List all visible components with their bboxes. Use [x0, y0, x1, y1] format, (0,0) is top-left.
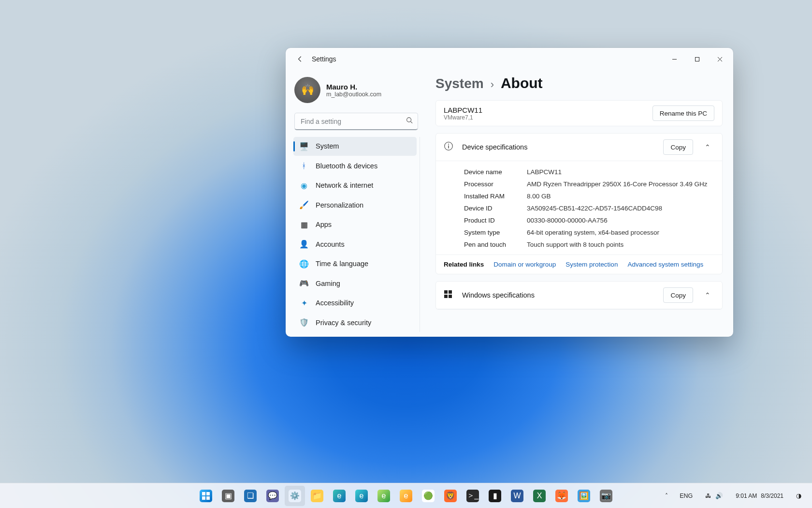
task-view-button[interactable]: ▣: [218, 486, 238, 506]
sidebar-item-accessibility[interactable]: ✦Accessibility: [293, 294, 417, 313]
settings-icon[interactable]: ⚙️: [285, 486, 305, 506]
sidebar-item-privacy[interactable]: 🛡️Privacy & security: [293, 314, 417, 332]
spec-key: Pen and touch: [464, 241, 517, 248]
breadcrumb-root[interactable]: System: [435, 76, 484, 91]
spec-value: Touch support with 8 touch points: [527, 241, 714, 248]
network-icon: 🖧: [705, 493, 711, 499]
clock[interactable]: 9:01 AM 8/3/2021: [732, 491, 787, 501]
svg-rect-8: [449, 290, 452, 294]
camera-icon[interactable]: 📷: [596, 486, 616, 506]
svg-point-2: [407, 118, 411, 122]
spec-key: Processor: [464, 180, 517, 188]
main-content: System › About LABPCW11 VMware7,1 Rename…: [425, 70, 733, 337]
settings-window: Settings 🙌 Mauro H. m_lab@outlook.com 🖥️…: [286, 48, 733, 337]
page-title: About: [501, 75, 543, 91]
tray-status[interactable]: 🖧 🔊: [701, 490, 727, 501]
chevron-right-icon: ›: [491, 78, 494, 91]
notifications-button[interactable]: ◑: [792, 490, 805, 501]
link-domain-workgroup[interactable]: Domain or workgroup: [493, 261, 556, 268]
brave-icon[interactable]: 🦁: [440, 486, 461, 506]
chevron-up-icon: ⌃: [701, 143, 714, 151]
search-input[interactable]: [294, 113, 418, 130]
gamepad-icon: 🎮: [299, 279, 309, 288]
close-button[interactable]: [709, 50, 731, 68]
person-icon: 👤: [299, 239, 309, 249]
windows-specs-header[interactable]: Windows specifications Copy ⌃: [436, 282, 722, 309]
sidebar-item-system[interactable]: 🖥️System: [293, 137, 417, 156]
brush-icon: 🖌️: [299, 200, 309, 210]
language-indicator[interactable]: ENG: [676, 491, 696, 501]
pc-model: VMware7,1: [444, 114, 482, 121]
minimize-button[interactable]: [663, 50, 686, 68]
spec-value: 8.00 GB: [527, 193, 714, 200]
svg-rect-10: [449, 295, 452, 298]
volume-icon: 🔊: [715, 492, 723, 499]
sidebar-item-label: Apps: [316, 221, 332, 228]
device-specs-header[interactable]: Device specifications Copy ⌃: [436, 134, 722, 161]
sidebar-item-accounts[interactable]: 👤Accounts: [293, 235, 417, 254]
word-icon[interactable]: W: [507, 486, 527, 506]
spec-value: LABPCW11: [527, 168, 714, 176]
edge-beta-icon[interactable]: e: [351, 486, 372, 506]
rename-pc-button[interactable]: Rename this PC: [652, 105, 714, 121]
avatar: 🙌: [294, 77, 320, 103]
chevron-up-icon: ⌃: [701, 291, 714, 299]
sidebar-item-label: Personalization: [316, 201, 363, 209]
sidebar-item-network[interactable]: ◉Network & internet: [293, 176, 417, 195]
back-button[interactable]: [292, 51, 308, 67]
sidebar-item-label: Time & language: [316, 260, 368, 268]
clock-time: 9:01 AM: [736, 493, 757, 499]
link-system-protection[interactable]: System protection: [566, 261, 618, 268]
system-tray: ˄ ENG 🖧 🔊 9:01 AM 8/3/2021 ◑: [662, 490, 812, 501]
nav-list: 🖥️System ᚼBluetooth & devices ◉Network &…: [293, 137, 420, 332]
sidebar-item-label: Bluetooth & devices: [316, 162, 377, 170]
svg-rect-6: [448, 146, 449, 149]
edge-canary-icon[interactable]: e: [396, 486, 416, 506]
photos-icon[interactable]: 🖼️: [574, 486, 594, 506]
spec-key: Installed RAM: [464, 193, 517, 200]
taskbar: ▣ ❏ 💬 ⚙️ 📁 e e e e 🟢 🦁 ＞_ ▮ W X 🦊 🖼️ 📷 ˄…: [0, 483, 812, 508]
chrome-icon[interactable]: 🟢: [418, 486, 438, 506]
excel-icon[interactable]: X: [529, 486, 550, 506]
display-icon: 🖥️: [299, 141, 309, 151]
user-name: Mauro H.: [326, 83, 381, 91]
cmd-icon[interactable]: ▮: [485, 486, 505, 506]
sidebar-item-bluetooth[interactable]: ᚼBluetooth & devices: [293, 157, 417, 176]
spec-value: 64-bit operating system, x64-based proce…: [527, 229, 714, 236]
spec-value: AMD Ryzen Threadripper 2950X 16-Core Pro…: [527, 180, 714, 188]
sidebar-item-personalization[interactable]: 🖌️Personalization: [293, 196, 417, 215]
widgets-button[interactable]: ❏: [240, 486, 261, 506]
copy-device-specs-button[interactable]: Copy: [663, 139, 693, 155]
terminal-icon[interactable]: ＞_: [463, 486, 483, 506]
sidebar-item-apps[interactable]: ▦Apps: [293, 215, 417, 234]
edge-icon[interactable]: e: [329, 486, 349, 506]
search-icon: [406, 117, 413, 126]
sidebar-item-label: Accounts: [316, 240, 345, 248]
sidebar-item-label: Gaming: [316, 280, 340, 287]
svg-rect-9: [444, 295, 448, 298]
firefox-icon[interactable]: 🦊: [551, 486, 572, 506]
sidebar-item-label: Accessibility: [316, 299, 354, 307]
tray-overflow-button[interactable]: ˄: [662, 491, 671, 501]
teams-icon[interactable]: 💬: [262, 486, 283, 506]
shield-icon: 🛡️: [299, 318, 309, 328]
svg-point-5: [448, 144, 449, 145]
device-specs-card: Device specifications Copy ⌃ Device name…: [435, 133, 723, 274]
link-advanced-settings[interactable]: Advanced system settings: [627, 261, 703, 268]
spec-key: Device name: [464, 168, 517, 176]
bluetooth-icon: ᚼ: [299, 161, 309, 171]
profile[interactable]: 🙌 Mauro H. m_lab@outlook.com: [293, 74, 420, 108]
start-button[interactable]: [196, 486, 216, 506]
maximize-button[interactable]: [686, 50, 709, 68]
copy-windows-specs-button[interactable]: Copy: [663, 287, 693, 303]
pc-name: LABPCW11: [444, 106, 482, 114]
sidebar-item-gaming[interactable]: 🎮Gaming: [293, 274, 417, 293]
sidebar: 🙌 Mauro H. m_lab@outlook.com 🖥️System ᚼB…: [286, 70, 425, 337]
edge-dev-icon[interactable]: e: [374, 486, 394, 506]
sidebar-item-label: Privacy & security: [316, 319, 371, 327]
device-specs-body: Device nameLABPCW11 ProcessorAMD Ryzen T…: [436, 161, 722, 254]
info-icon: [444, 141, 454, 153]
explorer-icon[interactable]: 📁: [307, 486, 327, 506]
svg-rect-12: [206, 492, 210, 495]
sidebar-item-time[interactable]: 🌐Time & language: [293, 254, 417, 273]
